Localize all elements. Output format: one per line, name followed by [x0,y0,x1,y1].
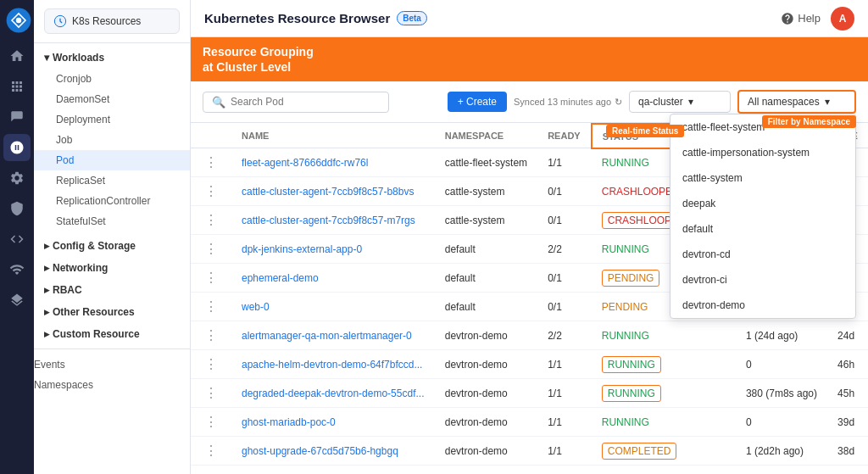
nav-k8s-icon[interactable] [3,134,31,161]
row-menu-cell: ⋮ [191,148,231,177]
nav-code-icon[interactable] [3,226,31,253]
help-label: Help [798,12,821,25]
row-menu-icon[interactable]: ⋮ [201,384,221,402]
namespace-cell: cattle-fleet-system [435,148,537,177]
sidebar-item-statefulset[interactable]: StatefulSet [34,211,190,231]
age-cell: 46h [827,350,868,379]
realtime-status-label: Real-time Status [606,125,684,137]
row-menu-icon[interactable]: ⋮ [201,413,221,431]
ns-option-6[interactable]: devtron-ci [670,267,855,293]
sidebar-item-pod[interactable]: Pod [34,150,190,170]
row-menu-cell: ⋮ [191,379,231,408]
sidebar-item-events[interactable]: Events [34,354,190,375]
namespace-select[interactable]: All namespaces ▾ [737,90,856,114]
status-cell: RUNNING [592,350,736,379]
config-storage-group[interactable]: ▸ Config & Storage [34,235,190,257]
pod-link[interactable]: alertmanager-qa-mon-alertmanager-0 [242,330,412,342]
age-cell: 24d [827,321,868,350]
cluster-select[interactable]: qa-cluster ▾ [629,91,731,113]
sidebar-item-namespaces[interactable]: Namespaces [34,375,190,395]
pod-link[interactable]: web-0 [242,301,270,313]
pod-link[interactable]: apache-helm-devtron-demo-64f7bfccd... [242,359,422,371]
daemonset-label: DaemonSet [56,93,109,105]
pod-link[interactable]: fleet-agent-87666ddfc-rw76l [242,157,368,169]
sidebar-item-deployment[interactable]: Deployment [34,109,190,130]
help-button[interactable]: Help [781,12,821,25]
restarts-cell: 1 (2d2h ago) [736,437,827,466]
pod-link[interactable]: cattle-cluster-agent-7ccb9f8c57-m7rgs [242,215,415,226]
row-menu-cell: ⋮ [191,466,231,474]
pod-name-cell: fleet-agent-87666ddfc-rw76l [231,148,435,177]
nav-monitor-icon[interactable] [3,256,31,283]
namespace-cell: devtron-demo [435,350,537,379]
nav-home-icon[interactable] [3,42,31,70]
sidebar-item-job[interactable]: Job [34,130,190,150]
workloads-section: ▾ Workloads Cronjob DaemonSet Deployment… [34,43,190,235]
nav-apps-icon[interactable] [3,73,31,100]
pod-link[interactable]: ephemeral-demo [242,272,319,284]
pod-link[interactable]: degraded-deepak-devtron-demo-55cdf... [242,388,424,399]
row-menu-icon[interactable]: ⋮ [201,326,221,344]
chevron-right-icon-4: ▸ [44,306,49,318]
ns-option-3[interactable]: deepak [670,191,855,216]
row-menu-cell: ⋮ [191,206,231,235]
custom-resource-group[interactable]: ▸ Custom Resource [34,323,190,345]
user-initial: A [839,13,847,25]
refresh-icon[interactable]: ↻ [615,97,622,108]
pod-name-cell: dpk-jenkins-external-app-0 [231,235,435,264]
nav-layers-icon[interactable] [3,287,31,314]
pod-link[interactable]: ghost-mariadb-poc-0 [242,416,336,428]
ns-option-1[interactable]: cattle-impersonation-system [670,140,855,165]
app-logo[interactable] [5,7,29,31]
user-avatar[interactable]: A [831,7,854,31]
workloads-group[interactable]: ▾ Workloads [34,47,190,69]
status-badge: RUNNING [602,330,649,342]
nav-deploy-icon[interactable] [3,103,31,131]
row-menu-icon[interactable]: ⋮ [201,471,221,474]
sidebar-item-replicaset[interactable]: ReplicaSet [34,170,190,191]
restarts-cell: 0 [736,350,827,379]
search-input[interactable] [231,96,380,108]
row-menu-icon[interactable]: ⋮ [201,269,221,287]
row-menu-icon[interactable]: ⋮ [201,355,221,373]
ready-cell: 0/1 [537,206,592,235]
resource-grouping-line1: Resource Grouping [203,44,856,59]
sidebar-item-cronjob[interactable]: Cronjob [34,69,190,89]
networking-label: Networking [53,262,108,274]
networking-group[interactable]: ▸ Networking [34,257,190,279]
cluster-value: qa-cluster [638,96,683,108]
ns-option-2[interactable]: cattle-system [670,165,855,191]
create-button[interactable]: + Create [448,92,507,112]
sidebar-item-replicationcontroller[interactable]: ReplicationController [34,191,190,211]
sidebar-item-daemonset[interactable]: DaemonSet [34,89,190,109]
other-resources-group[interactable]: ▸ Other Resources [34,301,190,323]
row-menu-icon[interactable]: ⋮ [201,153,221,171]
namespace-dropdown: cattle-fleet-system cattle-impersonation… [670,114,856,319]
sidebar: K8s Resources ▾ Workloads Cronjob Daemon… [34,0,191,474]
config-storage-label: Config & Storage [53,240,136,252]
nav-security-icon[interactable] [3,195,31,222]
custom-resource-label: Custom Resource [53,328,140,340]
rbac-group[interactable]: ▸ RBAC [34,279,190,301]
row-menu-icon[interactable]: ⋮ [201,298,221,315]
ready-cell: 1/1 [537,408,592,437]
search-pod-field[interactable]: 🔍 [203,92,389,113]
pod-link[interactable]: dpk-jenkins-external-app-0 [242,243,362,255]
age-cell: 38d [827,437,868,466]
row-menu-icon[interactable]: ⋮ [201,182,221,200]
topbar: Kubernetes Resource Browser Beta Help A [191,0,868,37]
events-label: Events [34,359,65,371]
sidebar-header: K8s Resources [34,0,190,43]
row-menu-icon[interactable]: ⋮ [201,240,221,258]
ns-option-5[interactable]: devtron-cd [670,242,855,267]
pod-link[interactable]: ghost-upgrade-67cd5d75b6-hgbgq [242,445,398,457]
age-cell: 45h [827,379,868,408]
ns-option-4[interactable]: default [670,216,855,242]
k8s-resources-button[interactable]: K8s Resources [44,8,180,34]
status-badge: RUNNING [602,416,649,428]
row-menu-icon[interactable]: ⋮ [201,211,221,229]
nav-config-icon[interactable] [3,165,31,192]
row-menu-icon[interactable]: ⋮ [201,442,221,460]
pod-link[interactable]: cattle-cluster-agent-7ccb9f8c57-b8bvs [242,186,414,198]
ns-option-7[interactable]: devtron-demo [670,293,855,318]
